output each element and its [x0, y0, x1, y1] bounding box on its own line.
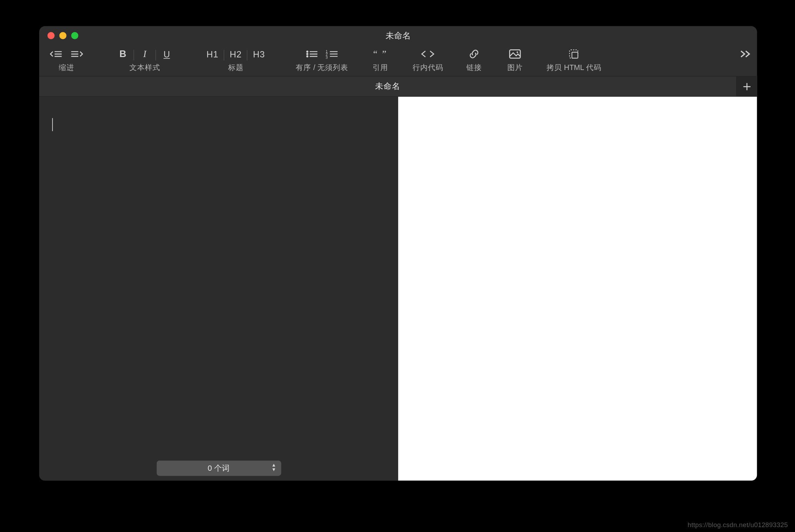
- fullscreen-button[interactable]: [71, 32, 78, 39]
- toolbar-overflow-button[interactable]: [739, 46, 752, 62]
- window-title: 未命名: [386, 31, 410, 42]
- divider: [155, 50, 156, 61]
- titlebar: 未命名: [39, 26, 757, 47]
- heading-label: 标题: [228, 63, 244, 73]
- divider: [247, 50, 248, 61]
- quote-label: 引用: [373, 63, 388, 73]
- stepper-icon: ▲▼: [272, 463, 276, 472]
- image-button[interactable]: [505, 46, 525, 62]
- quote-button[interactable]: “ ”: [370, 46, 391, 62]
- list-label: 有序 / 无须列表: [296, 63, 348, 73]
- h1-button[interactable]: H1: [203, 46, 222, 62]
- group-copy-html: 拷贝 HTML 代码: [547, 46, 601, 76]
- bold-button[interactable]: B: [114, 46, 132, 62]
- link-label: 链接: [466, 63, 482, 73]
- minimize-button[interactable]: [59, 32, 66, 39]
- tabbar: 未命名: [39, 76, 757, 96]
- italic-button[interactable]: I: [136, 46, 154, 62]
- editor-statusbar: 0 个词 ▲▼: [39, 457, 398, 481]
- h2-button[interactable]: H2: [226, 46, 245, 62]
- copy-html-label: 拷贝 HTML 代码: [547, 63, 601, 73]
- watermark-text: https://blog.csdn.net/u012893325: [688, 521, 788, 528]
- code-label: 行内代码: [413, 63, 443, 73]
- close-button[interactable]: [48, 32, 55, 39]
- group-code: 行内代码: [413, 46, 443, 76]
- group-image: 图片: [505, 46, 525, 76]
- editor-pane[interactable]: 0 个词 ▲▼: [39, 97, 398, 481]
- textstyle-label: 文本样式: [129, 63, 160, 73]
- wordcount-text: 0 个词: [208, 463, 230, 474]
- traffic-lights: [48, 32, 78, 39]
- copy-html-button[interactable]: [564, 46, 583, 62]
- app-window: 未命名: [39, 26, 757, 481]
- divider: [224, 50, 225, 61]
- link-button[interactable]: [465, 46, 484, 62]
- group-heading: H1 H2 H3 标题: [203, 46, 268, 76]
- preview-pane: [398, 97, 757, 481]
- divider: [133, 50, 134, 61]
- quote-icon: “ ”: [373, 49, 387, 59]
- content-area: 0 个词 ▲▼: [39, 96, 757, 481]
- ordered-list-button[interactable]: 1 2 3: [322, 46, 342, 62]
- group-link: 链接: [465, 46, 484, 76]
- group-quote: “ ” 引用: [370, 46, 391, 76]
- underline-button[interactable]: U: [158, 46, 176, 62]
- indent-label: 缩进: [59, 63, 74, 73]
- group-textstyle: B I U 文本样式: [114, 46, 176, 76]
- inline-code-button[interactable]: [417, 46, 439, 62]
- wordcount-selector[interactable]: 0 个词 ▲▼: [156, 461, 281, 476]
- svg-point-7: [307, 54, 308, 55]
- toolbar: 缩进 B I U 文本样式 H1 H2: [39, 46, 757, 76]
- group-list: 1 2 3 有序 / 无须列表: [296, 46, 348, 76]
- svg-point-6: [307, 51, 308, 52]
- svg-rect-21: [572, 52, 578, 58]
- svg-text:3: 3: [325, 56, 328, 59]
- svg-point-8: [307, 56, 308, 57]
- indent-button[interactable]: [66, 46, 87, 62]
- text-cursor: [52, 118, 53, 131]
- new-tab-button[interactable]: [737, 77, 757, 96]
- h3-button[interactable]: H3: [249, 46, 269, 62]
- tab-label: 未命名: [375, 81, 400, 92]
- outdent-button[interactable]: [46, 46, 66, 62]
- image-label: 图片: [507, 63, 523, 73]
- group-indent: 缩进: [46, 46, 86, 76]
- svg-point-19: [517, 51, 518, 53]
- tab-untitled[interactable]: 未命名: [39, 77, 737, 96]
- unordered-list-button[interactable]: [302, 46, 322, 62]
